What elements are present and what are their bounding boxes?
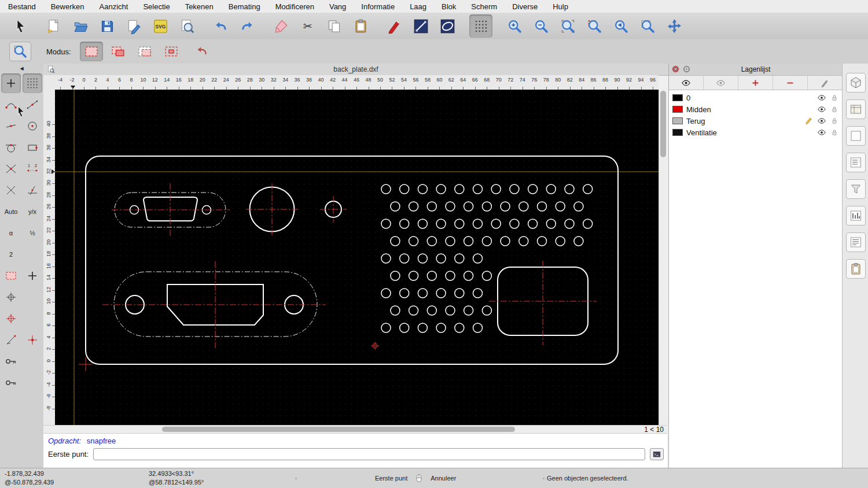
horizontal-scrollbar-thumb[interactable] xyxy=(162,427,515,432)
select-tool-button[interactable] xyxy=(9,14,32,38)
copy-button[interactable] xyxy=(322,14,345,38)
save-drawing-button[interactable] xyxy=(95,14,119,38)
zoom-previous-button[interactable] xyxy=(609,14,632,38)
redo-button[interactable] xyxy=(236,14,259,38)
menu-scherm[interactable]: Scherm xyxy=(471,2,497,11)
menu-informatie[interactable]: Informatie xyxy=(361,2,395,11)
drawing-canvas[interactable] xyxy=(55,90,659,425)
menu-bemating[interactable]: Bemating xyxy=(229,2,260,11)
layer-visibility-eye-icon[interactable] xyxy=(817,93,826,102)
snap-free-button[interactable] xyxy=(1,73,21,93)
selection-mode-add-button[interactable] xyxy=(106,42,130,61)
relative-zero-key2-button[interactable] xyxy=(1,373,21,393)
menu-diverse[interactable]: Diverse xyxy=(512,2,538,11)
dock-command-history-button[interactable] xyxy=(846,232,866,252)
grid-toggle-button[interactable] xyxy=(469,14,492,38)
menu-selectie[interactable]: Selectie xyxy=(143,2,170,11)
collapse-arrow-icon[interactable]: ◀ xyxy=(0,64,43,73)
layer-lock-icon[interactable] xyxy=(830,128,839,137)
menu-vang[interactable]: Vang xyxy=(329,2,346,11)
export-svg-button[interactable]: SVG xyxy=(149,14,172,38)
restrict-orthogonal-button[interactable] xyxy=(23,180,42,200)
add-layer-button[interactable] xyxy=(738,76,773,90)
hide-all-layers-button[interactable] xyxy=(704,76,738,90)
menu-aanzicht[interactable]: Aanzicht xyxy=(100,2,128,11)
snap-auto-button[interactable]: Auto xyxy=(1,202,21,221)
print-preview-button[interactable] xyxy=(175,14,198,38)
layer-lock-icon[interactable] xyxy=(830,105,839,114)
undo-button[interactable] xyxy=(209,14,232,38)
selection-mode-window-button[interactable] xyxy=(80,42,103,61)
menu-bestand[interactable]: Bestand xyxy=(8,2,36,11)
dock-pen-palette-button[interactable] xyxy=(846,73,866,93)
layer-row-Midden[interactable]: Midden xyxy=(669,103,843,115)
menu-bewerken[interactable]: Bewerken xyxy=(51,2,84,11)
zoom-auto-button[interactable] xyxy=(556,14,579,38)
lock-relative-zero-button[interactable] xyxy=(1,309,21,328)
layer-visibility-eye-icon[interactable] xyxy=(817,105,826,114)
remove-layer-button[interactable] xyxy=(773,76,808,90)
zoom-in-button[interactable] xyxy=(503,14,526,38)
protractor-button[interactable] xyxy=(1,330,21,350)
horizontal-scrollbar[interactable]: 1 < 10 xyxy=(43,425,667,434)
snap-endpoints-button[interactable] xyxy=(1,95,21,114)
line-attributes-button[interactable] xyxy=(409,14,432,38)
crosshair-button[interactable] xyxy=(1,287,21,307)
menu-laag[interactable]: Laag xyxy=(410,2,426,11)
restrict-nothing-button[interactable] xyxy=(1,180,21,200)
dock-clipboard-button[interactable] xyxy=(846,259,866,279)
selection-rect-mode-button[interactable] xyxy=(1,266,21,286)
menu-modificeren[interactable]: Modificeren xyxy=(275,2,314,11)
layer-row-Terug[interactable]: Terug xyxy=(669,115,843,127)
menu-tekenen[interactable]: Tekenen xyxy=(185,2,214,11)
layer-visibility-eye-icon[interactable] xyxy=(817,116,826,125)
snap-middle-button[interactable] xyxy=(23,95,42,114)
relative-zero-key-button[interactable] xyxy=(1,352,21,371)
dock-block-list-button[interactable] xyxy=(846,153,866,172)
zoom-pan-button[interactable] xyxy=(663,14,686,38)
new-drawing-button[interactable] xyxy=(42,14,65,38)
menu-blok[interactable]: Blok xyxy=(442,2,456,11)
detach-panel-button[interactable] xyxy=(682,65,691,73)
angle-snap-button[interactable]: α xyxy=(1,223,21,243)
cut-button[interactable]: ✂ xyxy=(296,14,319,38)
snap-on-entity-button[interactable] xyxy=(1,116,21,136)
layer-row-0[interactable]: 0 xyxy=(669,92,843,103)
layer-lock-icon[interactable] xyxy=(830,116,839,125)
close-panel-button[interactable] xyxy=(671,65,680,73)
zoom-window-button[interactable] xyxy=(636,14,659,38)
snap-point-button[interactable] xyxy=(23,138,42,157)
dock-layer-columns-button[interactable] xyxy=(846,206,866,225)
edit-layer-button[interactable] xyxy=(808,76,843,90)
menu-hulp[interactable]: Hulp xyxy=(553,2,568,11)
selection-mode-subtract-button[interactable] xyxy=(133,42,156,61)
edit-drawing-button[interactable] xyxy=(122,14,145,38)
command-options-button[interactable] xyxy=(650,448,664,460)
dock-blank-panel-button[interactable] xyxy=(846,126,866,146)
dock-entity-filter-button[interactable] xyxy=(846,179,866,199)
vertical-scrollbar[interactable] xyxy=(659,90,668,425)
layer-visibility-eye-icon[interactable] xyxy=(817,128,826,137)
pen-attributes-button[interactable] xyxy=(382,14,406,38)
snap-grid-button[interactable] xyxy=(23,73,42,93)
zoom-selection-button[interactable] xyxy=(583,14,606,38)
delete-button[interactable] xyxy=(269,14,292,38)
paste-button[interactable] xyxy=(349,14,372,38)
layer-lock-icon[interactable] xyxy=(830,93,839,102)
dock-library-browser-button[interactable] xyxy=(846,99,866,119)
snap-center-button[interactable] xyxy=(23,116,42,136)
selection-mode-intersect-button[interactable] xyxy=(160,42,183,61)
set-relative-zero-button[interactable] xyxy=(23,266,42,286)
zoom-out-button[interactable] xyxy=(529,14,553,38)
open-drawing-button[interactable] xyxy=(69,14,92,38)
revert-button[interactable] xyxy=(190,42,214,61)
snap-relative-button[interactable] xyxy=(23,330,42,350)
half-distance-button[interactable]: ½ xyxy=(23,223,42,243)
ellipse-attributes-button[interactable] xyxy=(436,14,459,38)
snap-distance-button[interactable]: 12 xyxy=(23,159,42,179)
double-distance-button[interactable]: 2 xyxy=(1,245,21,264)
vertical-scrollbar-thumb[interactable] xyxy=(660,91,666,157)
snap-tangent-button[interactable] xyxy=(1,138,21,157)
snap-intersection-button[interactable] xyxy=(1,159,21,179)
command-input[interactable] xyxy=(93,448,645,460)
